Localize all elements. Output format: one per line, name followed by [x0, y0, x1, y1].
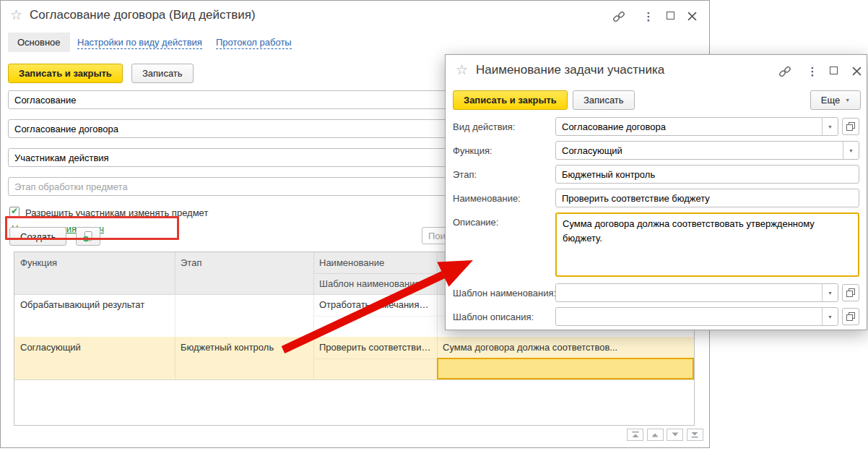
- action-kind-label: Вид действия:: [453, 121, 515, 132]
- scroll-last-icon[interactable]: [687, 429, 703, 441]
- get-link-icon[interactable]: [778, 64, 792, 79]
- check-icon: ✔: [11, 207, 18, 215]
- chain-icon: [778, 65, 791, 78]
- name-label: Наименование:: [453, 193, 521, 204]
- open-icon: [846, 312, 855, 321]
- save-button[interactable]: Записать: [573, 90, 635, 110]
- open-picker-button[interactable]: [842, 118, 859, 135]
- more-button[interactable]: Еще ▼: [810, 90, 861, 110]
- save-and-close-button[interactable]: Записать и закрыть: [8, 64, 123, 83]
- allow-change-subject-checkbox[interactable]: ✔: [9, 207, 19, 217]
- maximize-glyph: [830, 66, 838, 74]
- scroll-up-icon[interactable]: [647, 429, 664, 441]
- cell-stage[interactable]: Бюджетный контроль: [175, 337, 313, 379]
- save-button[interactable]: Записать: [131, 64, 194, 83]
- header-stage[interactable]: Этап: [175, 252, 313, 294]
- header-function[interactable]: Функция: [14, 252, 175, 294]
- close-icon[interactable]: [687, 11, 697, 21]
- scroll-down-icon[interactable]: [667, 429, 683, 441]
- header-name[interactable]: Наименование: [313, 252, 437, 273]
- favorite-star-icon[interactable]: ☆: [10, 8, 22, 22]
- open-picker-button[interactable]: [842, 308, 859, 325]
- more-label: Еще: [821, 95, 840, 106]
- cell-name[interactable]: Отработать замечания после: [313, 294, 437, 316]
- cell-name[interactable]: Проверить соответствие бюджету: [313, 337, 437, 358]
- tab-main[interactable]: Основное: [8, 33, 70, 52]
- header-name-template[interactable]: Шаблон наименования: [313, 273, 437, 294]
- cell-description[interactable]: Сумма договора должна соответствов...: [437, 337, 694, 358]
- kebab-menu-icon[interactable]: ⋮: [807, 65, 817, 78]
- function-input[interactable]: [555, 141, 859, 160]
- dropdown-arrow-icon[interactable]: ▼: [822, 284, 838, 301]
- dropdown-arrow-icon[interactable]: ▼: [822, 308, 838, 325]
- favorite-star-icon[interactable]: ☆: [456, 63, 468, 77]
- cell-function[interactable]: Согласующий: [14, 337, 175, 379]
- action-kind-input[interactable]: [555, 117, 838, 136]
- get-link-icon[interactable]: [612, 9, 626, 24]
- dialog-window: ☆ Наименование задачи участника ⋮ Записа…: [445, 54, 867, 330]
- tab-work-protocol[interactable]: Протокол работы: [216, 37, 292, 49]
- open-picker-button[interactable]: [842, 284, 859, 301]
- description-template-label: Шаблон описания:: [453, 312, 534, 322]
- window-title: Согласование договора (Вид действия): [30, 8, 256, 22]
- function-label: Функция:: [453, 145, 492, 156]
- stage-input[interactable]: [555, 165, 859, 184]
- red-highlight-box-annotation: [5, 216, 179, 240]
- name-template-label: Шаблон наименования:: [453, 288, 556, 298]
- name-input[interactable]: [555, 189, 859, 207]
- description-label: Описание:: [453, 217, 498, 228]
- stage-label: Этап:: [453, 169, 477, 180]
- save-and-close-button[interactable]: Записать и закрыть: [453, 90, 568, 110]
- dropdown-arrow-icon[interactable]: ▼: [843, 142, 859, 159]
- maximize-icon[interactable]: [667, 12, 674, 20]
- name-template-input[interactable]: [555, 283, 838, 302]
- description-template-input[interactable]: [555, 307, 838, 326]
- maximize-glyph: [667, 12, 674, 20]
- description-textarea[interactable]: Сумма договора должна соответствовать ут…: [555, 212, 859, 277]
- dialog-title: Наименование задачи участника: [476, 63, 664, 77]
- kebab-menu-icon[interactable]: ⋮: [643, 10, 654, 23]
- open-icon: [846, 288, 855, 297]
- scroll-first-icon[interactable]: [627, 429, 643, 441]
- tab-settings-by-action[interactable]: Настройки по виду действия: [77, 37, 202, 49]
- chain-icon: [612, 10, 625, 23]
- cell-function[interactable]: Обрабатывающий результат: [14, 294, 175, 337]
- table-row-selected[interactable]: Согласующий Бюджетный контроль Проверить…: [14, 337, 694, 379]
- dropdown-arrow-icon: ▼: [845, 98, 850, 103]
- table-scroll-controls: [626, 429, 703, 441]
- maximize-icon[interactable]: [830, 66, 838, 74]
- close-icon[interactable]: [851, 66, 862, 76]
- active-cell[interactable]: [437, 358, 694, 379]
- open-icon: [846, 122, 855, 131]
- dropdown-arrow-icon[interactable]: ▼: [822, 118, 838, 135]
- cell-stage[interactable]: [175, 294, 313, 337]
